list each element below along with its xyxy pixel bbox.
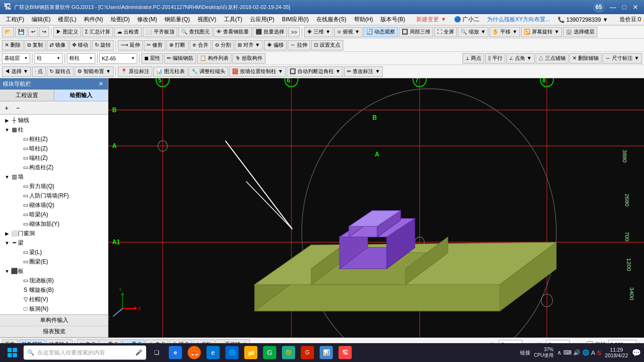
tb2-move[interactable]: ✥ 移动: [69, 40, 91, 50]
tb2-set-pivot[interactable]: ⊡ 设置支点: [311, 40, 343, 50]
sidebar-single-input[interactable]: 单构件输入: [0, 315, 108, 326]
tb4-smart-place[interactable]: ⚙ 智能布置 ▼: [74, 66, 114, 77]
tree-node-masonry[interactable]: ▭ 砌体墙(Q): [9, 200, 108, 210]
taskbar-clock[interactable]: 11:29 2018/4/22: [605, 347, 628, 358]
tb4-modify-anno[interactable]: ✏ 查改标注 ▼: [344, 66, 383, 77]
tb3-component-list[interactable]: 📋 构件列表: [197, 53, 231, 64]
menu-gxe[interactable]: 🔵 广小二: [450, 15, 483, 25]
menu-cloud[interactable]: 云应用(P): [246, 15, 278, 25]
taskbar-app-6[interactable]: G: [261, 344, 278, 361]
tb3-properties[interactable]: ◼ 层性: [141, 53, 163, 64]
tb1-pan[interactable]: ✋ 平移 ▼: [489, 27, 520, 37]
menu-bim[interactable]: BIM应用(I): [278, 15, 313, 25]
tb2-align[interactable]: ⊞ 对齐 ▼: [235, 40, 263, 50]
tb1-dynamic-view[interactable]: 🔄 动态观察: [363, 27, 398, 37]
tb1-3d[interactable]: ◈ 三维 ▼: [304, 27, 333, 37]
menu-new-change[interactable]: 新建变更 ▼: [413, 15, 450, 25]
tb1-redo[interactable]: ↪: [39, 27, 49, 37]
canvas-area[interactable]: 5 6 7 8 B A A1 B A 3880 2680 700 1200 34…: [108, 78, 644, 337]
tb3-parallel[interactable]: ∥ 平行: [485, 53, 505, 64]
tb4-rotate-point[interactable]: ↻ 旋转点: [47, 66, 74, 77]
tb1-open[interactable]: 📂: [2, 27, 14, 37]
floor-dropdown[interactable]: 基础层: [2, 53, 30, 64]
tree-node-column[interactable]: ▼ ▦ 柱: [0, 125, 108, 134]
menu-tools[interactable]: 工具(T): [220, 15, 246, 25]
tb1-batch-sel[interactable]: ⬛ 批量选择: [253, 27, 287, 37]
tb1-find[interactable]: 🔍 查找图元: [178, 27, 213, 37]
menu-view[interactable]: 视图(V): [194, 15, 220, 25]
tb1-local-3d[interactable]: 🔲 局部三维: [399, 27, 433, 37]
tb3-edit-rebar[interactable]: ✏ 编辑钢筋: [164, 53, 196, 64]
close-button[interactable]: ✕: [631, 3, 640, 11]
tb1-undo[interactable]: ↩: [28, 27, 38, 37]
taskbar-app-10[interactable]: 🏗: [337, 344, 354, 361]
tb4-orig-anno[interactable]: 📍 原位标注: [118, 66, 152, 77]
taskview-button[interactable]: ❑: [148, 344, 165, 361]
tb1-zoom[interactable]: 🔍 缩放 ▼: [458, 27, 488, 37]
tb1-select-floor[interactable]: 🏢 选择楼层: [563, 27, 597, 37]
tb2-extend[interactable]: ⟶ 延伸: [118, 40, 143, 50]
component-subtype-dropdown[interactable]: 框柱: [67, 53, 95, 64]
tree-node-door-win[interactable]: ▶ ⬜ 门窗洞: [0, 229, 108, 238]
tree-node-cast-slab[interactable]: ▭ 现浇板(B): [9, 276, 108, 285]
tb2-delete[interactable]: ✕ 删除: [2, 40, 24, 50]
tree-node-beam[interactable]: ▼ ━ 梁: [0, 238, 108, 247]
sidebar-expand-btn[interactable]: +: [2, 103, 11, 113]
menu-raft-hint[interactable]: 为什么筏板XY方向布置...: [483, 15, 554, 25]
tb4-adj-col-head[interactable]: 🔧 调整柱端头: [189, 66, 228, 77]
menu-phone[interactable]: 📞 13907298339 ▼: [554, 16, 612, 24]
tree-node-civil-defense[interactable]: ▭ 人防门墙墙(RF): [9, 191, 108, 200]
taskbar-app-3[interactable]: e: [205, 344, 222, 361]
tb1-define[interactable]: ▶ 图定义: [53, 27, 81, 37]
menu-draw[interactable]: 绘图(D): [107, 15, 134, 25]
menu-online[interactable]: 在线服务(S): [313, 15, 350, 25]
taskbar-app-9[interactable]: 📊: [318, 344, 335, 361]
tree-node-col-cap[interactable]: ▽ 柱帽(V): [9, 295, 108, 304]
tb1-save[interactable]: 💾: [15, 27, 27, 37]
sidebar-collapse-btn[interactable]: −: [13, 103, 23, 113]
start-button[interactable]: [3, 344, 22, 361]
taskbar-notification[interactable]: 💬: [632, 348, 641, 357]
tree-node-frame-col[interactable]: ▭ 框柱(Z): [9, 134, 108, 144]
tree-node-axis[interactable]: ▶ ┼ 轴线: [0, 115, 108, 125]
menu-project[interactable]: 工程(F): [2, 15, 28, 25]
taskbar-search-box[interactable]: 🔍 在这里输入你要搜索的内容 🎤: [24, 346, 146, 360]
tb4-point[interactable]: · 点: [32, 66, 46, 77]
tray-ime-a[interactable]: A: [591, 349, 595, 356]
tb3-pick-component[interactable]: 🖱 拾取构件: [232, 53, 265, 64]
taskbar-app-7[interactable]: 🟢: [280, 344, 297, 361]
tb3-dim[interactable]: ↔ 尺寸标注 ▼: [603, 53, 642, 64]
tree-node-slab[interactable]: ▼ ⬛ 板: [0, 266, 108, 276]
tb4-select[interactable]: ◀ 选择 ▼: [2, 66, 31, 77]
tray-keyboard[interactable]: ⌨: [563, 349, 571, 356]
tree-node-shear-wall[interactable]: ▭ 剪力墙(Q): [9, 181, 108, 191]
minimize-button[interactable]: —: [608, 3, 618, 11]
tb2-copy[interactable]: ⧉ 复制: [25, 40, 46, 50]
menu-help[interactable]: 帮助(H): [350, 15, 377, 25]
tb1-view-rebar[interactable]: 👁 查看钢筋量: [214, 27, 252, 37]
tb1-cloud-check[interactable]: ☁ 云检查: [114, 27, 142, 37]
tree-node-end-col[interactable]: ▭ 端柱(Z): [9, 153, 108, 163]
tray-volume[interactable]: 🔊: [573, 349, 580, 356]
sidebar-report[interactable]: 报表预览: [0, 326, 108, 337]
menu-version[interactable]: 版本号(B): [377, 15, 409, 25]
tb2-split[interactable]: ⊖ 分割: [212, 40, 234, 50]
sidebar-draw-input[interactable]: 绘图输入: [54, 90, 108, 101]
sidebar-close-btn[interactable]: ✕: [97, 80, 105, 88]
sidebar-project-settings[interactable]: 工程设置: [0, 90, 54, 101]
tree-node-dark-col[interactable]: ▭ 暗柱(Z): [9, 144, 108, 153]
tb2-merge[interactable]: ⊕ 合并: [190, 40, 211, 50]
taskbar-app-4[interactable]: 🌐: [223, 344, 240, 361]
tb2-break[interactable]: ⊗ 打断: [166, 40, 188, 50]
menu-price[interactable]: 造价豆:0 💰: [616, 15, 644, 25]
tree-node-slab-open[interactable]: □ 板洞(N): [9, 304, 108, 313]
tb4-col-table[interactable]: 📊 图元柱表: [153, 66, 188, 77]
tree-node-ring-beam[interactable]: ▭ 圈梁(E): [9, 257, 108, 266]
tb2-trim[interactable]: ✂ 修剪: [144, 40, 165, 50]
tray-network[interactable]: 🌐: [582, 349, 589, 356]
tb3-two-point[interactable]: ⊥ 两点: [462, 53, 484, 64]
tb3-del-aux[interactable]: ✕ 删除辅轴: [570, 53, 602, 64]
maximize-button[interactable]: □: [619, 3, 629, 11]
tb2-stretch[interactable]: ↔ 拉伸: [288, 40, 310, 50]
tb1-fullscreen[interactable]: ⛶ 全屏: [434, 27, 457, 37]
